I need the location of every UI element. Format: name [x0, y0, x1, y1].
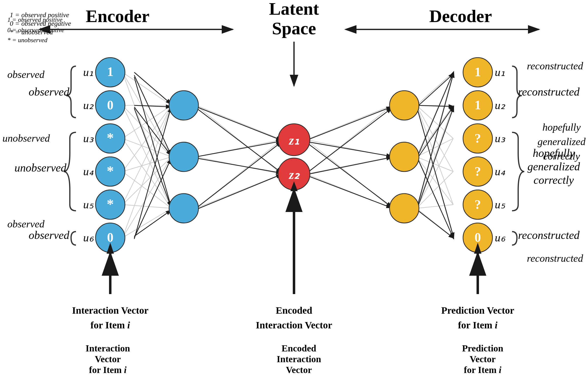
svg-line-82 — [417, 73, 454, 208]
output-label-u1: u₁ — [495, 66, 505, 78]
side-label-correctly: correctly — [534, 174, 574, 186]
svg-line-69 — [196, 174, 281, 210]
label-prediction-1: Prediction Vector — [441, 305, 514, 316]
svg-text:1: 1 — [107, 65, 113, 79]
input-label-u4: u₄ — [83, 165, 94, 178]
svg-text:?: ? — [475, 164, 481, 178]
header-latent: Latent — [269, 0, 319, 19]
svg-text:0: 0 — [107, 230, 113, 244]
svg-line-70 — [307, 107, 392, 140]
svg-text:*: * — [107, 163, 114, 179]
label-prediction-2: for Item i — [458, 320, 497, 331]
svg-text:?: ? — [475, 197, 481, 212]
side-label-hopefully: hopefully — [533, 147, 575, 159]
svg-line-36 — [417, 72, 453, 105]
svg-line-68 — [196, 142, 281, 208]
input-label-u3: u₃ — [83, 132, 94, 145]
hidden-enc-node-2 — [169, 142, 198, 171]
svg-line-71 — [307, 142, 392, 156]
svg-line-65 — [196, 108, 281, 172]
svg-text:*: * — [107, 130, 114, 146]
svg-line-61 — [134, 210, 171, 236]
svg-text:*: * — [107, 196, 114, 212]
svg-line-48 — [417, 72, 453, 208]
label-interaction-1: Interaction Vector — [72, 305, 148, 316]
header-decoder: Decoder — [429, 6, 492, 26]
svg-text:0: 0 — [107, 98, 113, 112]
svg-line-72 — [307, 143, 392, 207]
svg-text:1: 1 — [475, 98, 481, 112]
side-label-reconstructed-bottom: reconstructed — [518, 229, 580, 241]
svg-line-62 — [134, 159, 171, 238]
side-label-observed-bottom: observed — [29, 229, 70, 241]
side-label-observed-top: observed — [29, 86, 70, 98]
input-label-u2: u₂ — [83, 99, 94, 111]
label-encoded-2: Interaction Vector — [256, 320, 332, 331]
hidden-enc-node-3 — [169, 193, 198, 223]
side-label-generalized: generalized — [527, 160, 580, 173]
svg-line-25 — [196, 105, 282, 174]
svg-line-78 — [417, 108, 454, 238]
legend-text2: 0 = observed negative — [10, 20, 71, 27]
svg-line-32 — [306, 140, 392, 208]
input-label-u5: u₅ — [83, 198, 94, 211]
legend-text1: 1 = observed positive — [10, 11, 69, 19]
svg-line-7 — [123, 72, 171, 157]
output-label-u5: u₅ — [495, 198, 505, 211]
brace-observed-bottom-left — [71, 232, 76, 245]
input-label-u1: u₁ — [83, 66, 93, 78]
output-label-u6: u₆ — [495, 231, 506, 244]
hidden-dec-node-2 — [390, 142, 419, 171]
svg-line-29 — [196, 174, 282, 208]
svg-text:1: 1 — [475, 65, 481, 79]
hidden-dec-node-3 — [390, 193, 419, 223]
network-diagram: Encoder Latent Space Decoder — [0, 0, 588, 385]
svg-line-79 — [417, 72, 454, 158]
legend-text3: * = unobserved — [10, 28, 53, 36]
svg-line-13 — [123, 138, 171, 157]
svg-line-74 — [307, 157, 392, 174]
svg-line-64 — [196, 107, 281, 140]
label-encoded-1: Encoded — [276, 305, 312, 316]
svg-line-84 — [417, 210, 454, 238]
svg-line-15 — [123, 105, 171, 171]
brace-reconstructed-bottom-right — [512, 232, 517, 245]
side-label-unobserved: unobserved — [15, 162, 67, 174]
output-label-u2: u₂ — [495, 99, 505, 111]
svg-line-23 — [123, 208, 171, 238]
header-latent2: Space — [272, 19, 316, 38]
header-encoder: Encoder — [86, 6, 149, 26]
svg-line-60 — [134, 108, 171, 207]
output-label-u3: u₃ — [495, 132, 505, 145]
svg-text:0: 0 — [475, 230, 481, 244]
svg-text:z₂: z₂ — [288, 168, 300, 182]
brace-generalized-right — [512, 132, 524, 211]
output-label-u4: u₄ — [495, 165, 505, 178]
svg-line-24 — [196, 105, 282, 140]
svg-line-66 — [196, 141, 281, 157]
svg-text:?: ? — [475, 131, 481, 145]
svg-line-21 — [123, 105, 171, 238]
label-interaction-2: for Item i — [90, 320, 130, 331]
svg-line-75 — [307, 175, 392, 208]
svg-line-67 — [196, 158, 281, 173]
svg-line-30 — [306, 105, 392, 140]
input-label-u6: u₆ — [83, 231, 94, 244]
svg-line-34 — [306, 157, 392, 174]
svg-line-55 — [134, 72, 171, 104]
svg-line-20 — [123, 205, 171, 208]
side-label-reconstructed-top: reconstructed — [518, 86, 580, 98]
hidden-enc-node-1 — [169, 91, 198, 120]
main-container: 1 = observed positive 0 = observed negat… — [0, 0, 588, 385]
svg-line-6 — [123, 72, 171, 105]
hidden-dec-node-1 — [390, 91, 419, 120]
svg-line-73 — [307, 108, 392, 173]
svg-line-52 — [417, 205, 453, 208]
svg-text:z₁: z₁ — [288, 133, 299, 147]
